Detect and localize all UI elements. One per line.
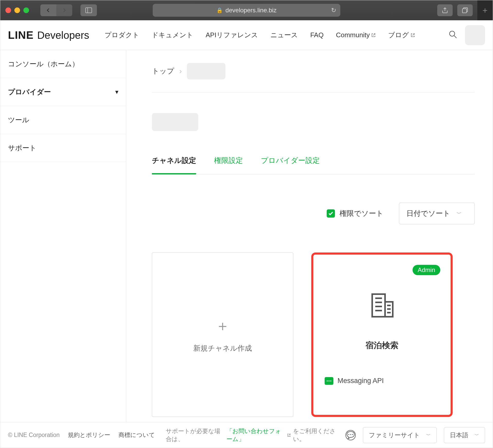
tabs-icon[interactable] — [457, 4, 473, 16]
search-icon[interactable] — [449, 30, 457, 40]
tab-role-settings[interactable]: 権限設定 — [214, 154, 243, 174]
nav-product[interactable]: プロダクト — [105, 31, 139, 40]
browser-title-bar: 🔒 developers.line.biz ↻ + — [0, 0, 493, 20]
channel-cards: ＋ 新規チャネル作成 Admin — [152, 253, 475, 417]
nav-faq[interactable]: FAQ — [310, 31, 324, 39]
site-header: LINE Developers プロダクト ドキュメント APIリファレンス ニ… — [0, 20, 493, 50]
svg-point-3 — [450, 31, 455, 36]
avatar[interactable] — [465, 25, 485, 45]
nav-blog[interactable]: ブログ — [388, 31, 415, 40]
main-content: トップ › チャネル設定 権限設定 プロバイダー設定 権限でソート — [126, 50, 493, 422]
minimize-window[interactable] — [14, 7, 20, 13]
footer-policy[interactable]: 規約とポリシー — [68, 431, 110, 439]
breadcrumb-current-placeholder — [187, 63, 225, 79]
reload-icon[interactable]: ↻ — [331, 7, 336, 14]
forward-button[interactable] — [56, 4, 72, 16]
nav-buttons — [40, 4, 72, 16]
tabs: チャネル設定 権限設定 プロバイダー設定 — [152, 154, 475, 174]
svg-rect-0 — [86, 8, 92, 13]
nav-document[interactable]: ドキュメント — [152, 31, 193, 40]
footer-help: サポートが必要な場合は、 「お問い合わせフォーム」 をご利用ください。 — [166, 427, 337, 443]
site-logo[interactable]: LINE Developers — [8, 29, 89, 41]
chevron-right-icon: › — [179, 67, 182, 75]
page: LINE Developers プロダクト ドキュメント APIリファレンス ニ… — [0, 20, 493, 448]
chevron-down-icon: ﹀ — [474, 432, 479, 438]
messaging-api-icon — [325, 377, 333, 385]
window-controls — [5, 7, 29, 13]
new-channel-card[interactable]: ＋ 新規チャネル作成 — [152, 253, 293, 417]
logo-line: LINE — [8, 29, 34, 41]
sidebar-item-support[interactable]: サポート — [0, 134, 126, 162]
footer-copyright: © LINE Corporation — [8, 432, 60, 438]
sort-by-role-checkbox[interactable]: 権限でソート — [327, 209, 384, 218]
nav-news[interactable]: ニュース — [270, 31, 298, 40]
checkbox-checked-icon — [327, 209, 335, 218]
provider-title-placeholder — [152, 113, 198, 131]
lock-icon: 🔒 — [216, 7, 223, 13]
sidebar-toggle-icon[interactable] — [80, 4, 97, 16]
nav-api-ref[interactable]: APIリファレンス — [206, 31, 258, 40]
breadcrumb-top[interactable]: トップ — [152, 66, 174, 76]
admin-badge: Admin — [413, 265, 440, 275]
sidebar-item-console-home[interactable]: コンソール（ホーム） — [0, 50, 126, 78]
sidebar-item-tools[interactable]: ツール — [0, 106, 126, 134]
family-site-select[interactable]: ファミリーサイト ﹀ — [363, 427, 437, 443]
url-host: developers.line.biz — [225, 7, 277, 14]
url-bar[interactable]: 🔒 developers.line.biz ↻ — [153, 4, 340, 17]
external-link-icon — [287, 433, 291, 437]
fullscreen-window[interactable] — [23, 7, 29, 13]
chevron-down-icon: ﹀ — [457, 210, 462, 217]
close-window[interactable] — [5, 7, 11, 13]
top-nav: プロダクト ドキュメント APIリファレンス ニュース FAQ Communit… — [105, 31, 415, 40]
sidebar-item-provider[interactable]: プロバイダー ▾ — [0, 78, 126, 106]
external-link-icon — [371, 33, 376, 38]
channel-type: Messaging API — [325, 377, 439, 385]
tab-provider-settings[interactable]: プロバイダー設定 — [261, 154, 320, 174]
back-button[interactable] — [40, 4, 56, 16]
chevron-down-icon: ▾ — [115, 89, 118, 95]
channel-title: 宿泊検索 — [325, 340, 439, 351]
browser-window: 🔒 developers.line.biz ↻ + LINE Developer… — [0, 0, 493, 448]
breadcrumb: トップ › — [152, 63, 475, 92]
channel-card[interactable]: Admin — [311, 253, 453, 417]
language-select[interactable]: 日本語 ﹀ — [444, 427, 485, 443]
nav-community[interactable]: Community — [336, 31, 376, 39]
share-icon[interactable] — [437, 4, 453, 16]
tab-channel-settings[interactable]: チャネル設定 — [152, 154, 196, 174]
site-footer: © LINE Corporation 規約とポリシー 商標について サポートが必… — [0, 422, 493, 448]
logo-developers: Developers — [37, 30, 89, 41]
external-link-icon — [410, 33, 415, 38]
sort-by-date-select[interactable]: 日付でソート ﹀ — [399, 203, 475, 224]
building-icon — [367, 290, 397, 322]
svg-line-4 — [454, 36, 457, 38]
chevron-down-icon: ﹀ — [426, 432, 431, 438]
plus-icon: ＋ — [215, 316, 230, 336]
sidebar: コンソール（ホーム） プロバイダー ▾ ツール サポート — [0, 50, 126, 422]
list-controls: 権限でソート 日付でソート ﹀ — [152, 203, 475, 224]
footer-trademark[interactable]: 商標について — [118, 431, 155, 439]
svg-rect-2 — [462, 9, 467, 13]
feedback-icon[interactable]: 💬 — [345, 430, 356, 440]
footer-contact-link[interactable]: 「お問い合わせフォーム」 — [226, 427, 285, 443]
new-tab-button[interactable]: + — [477, 0, 493, 20]
